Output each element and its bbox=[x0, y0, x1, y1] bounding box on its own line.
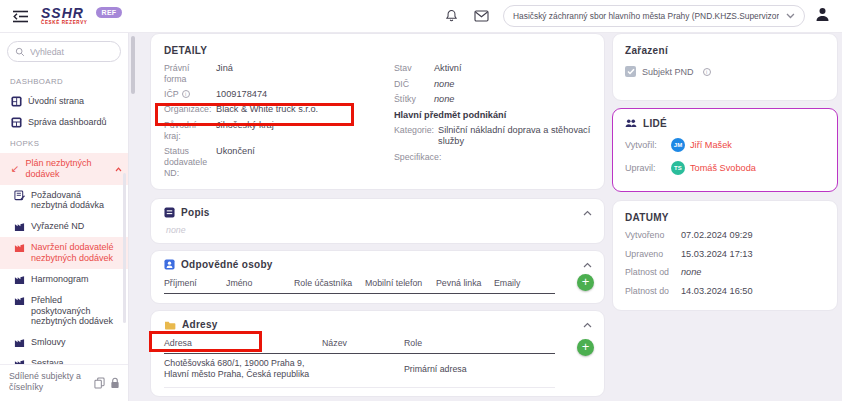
sidebar-item-pozadovana-nezbytna-dodavka[interactable]: Požadovaná nezbytná dodávka bbox=[0, 185, 128, 217]
notifications-bell-icon[interactable] bbox=[445, 9, 458, 23]
created-by-link[interactable]: Jiří Mašek bbox=[690, 140, 732, 150]
zarazeni-title: Zařazení bbox=[625, 45, 825, 56]
factory-icon bbox=[14, 221, 25, 232]
sidebar-scrollbar[interactable] bbox=[123, 173, 126, 323]
status-link[interactable]: Ukončení bbox=[216, 146, 255, 179]
messages-envelope-icon[interactable] bbox=[474, 10, 489, 22]
add-address-button[interactable]: + bbox=[577, 339, 594, 356]
field-stitky: Štítky none bbox=[394, 94, 591, 106]
description-card: Popis none bbox=[150, 198, 605, 244]
chevron-down-icon bbox=[786, 13, 795, 19]
date-row-platnost-do: Platnost do 14.03.2024 16:50 bbox=[625, 286, 825, 298]
request-form-icon bbox=[14, 190, 25, 201]
column-header: Pevná linka bbox=[436, 278, 494, 288]
adresy-table-header: Adresa Název Role bbox=[164, 338, 555, 354]
column-header: Role účastníka bbox=[294, 278, 365, 288]
avatar: JM bbox=[671, 138, 685, 152]
person-badge-icon bbox=[164, 259, 175, 270]
search-input[interactable] bbox=[30, 47, 108, 57]
sidebar-collapse-icon[interactable] bbox=[12, 10, 29, 23]
field-icp: IČPi 1009178474 bbox=[164, 89, 394, 101]
sidebar-item-navrzeni-dodavatele[interactable]: Navržení dodavatelé nezbytných dodávek bbox=[0, 237, 128, 269]
details-right-column: Stav Aktivní DIČ none Štítky none Hlavní… bbox=[394, 63, 591, 183]
sidebar-item-label: Správa dashboardů bbox=[28, 117, 107, 128]
sidebar: DASHBOARD Úvodní strana Správa dashboard… bbox=[0, 33, 129, 401]
address-row[interactable]: Chotěšovská 680/1, 19000 Praha 9, Hlavní… bbox=[164, 354, 555, 388]
top-header: SSHR ČESKÉ REZERVY REF Hasičský záchrann… bbox=[0, 0, 842, 33]
field-pravni-forma: Právní forma Jiná bbox=[164, 63, 394, 85]
sidebar-item-vyrazene-nd[interactable]: Vyřazené ND bbox=[0, 216, 128, 237]
date-row-vytvoreno: Vytvořeno 07.02.2024 09:29 bbox=[625, 230, 825, 242]
updated-by-link[interactable]: Tomáš Svoboda bbox=[690, 163, 756, 173]
details-left-column: Právní forma Jiná IČPi 1009178474 Organi… bbox=[164, 63, 394, 183]
updated-by-row: Upravil: TS Tomáš Svoboda bbox=[625, 161, 825, 175]
dashboard-settings-icon bbox=[11, 117, 22, 128]
sidebar-item-smlouvy[interactable]: Smlouvy bbox=[0, 332, 128, 353]
column-header: Role bbox=[404, 338, 484, 348]
responsible-persons-card: Odpovědné osoby Příjmení Jméno Role účas… bbox=[150, 250, 605, 304]
field-puvodni-kraj: Původní kraj: Jihočeský kraj bbox=[164, 120, 394, 142]
arrow-down-left-icon: ↙ bbox=[11, 164, 19, 174]
content-scrollbar[interactable] bbox=[131, 36, 135, 94]
sidebar-item-label: Vyřazené ND bbox=[31, 221, 84, 232]
sidebar-search bbox=[7, 41, 121, 62]
sidebar-item-label: Plán nezbytných dodávek bbox=[25, 158, 113, 180]
field-stav: Stav Aktivní bbox=[394, 63, 591, 75]
add-person-button[interactable]: + bbox=[577, 274, 594, 291]
lide-title: LIDÉ bbox=[643, 118, 667, 129]
sshr-logo: SSHR ČESKÉ REZERVY bbox=[41, 6, 88, 26]
addresses-card: Adresy Adresa Název Role + Chotěšovská 6… bbox=[150, 310, 605, 397]
sidebar-item-label: Úvodní strana bbox=[28, 96, 84, 107]
collapse-chevron-icon[interactable] bbox=[583, 322, 592, 328]
sidebar-item-sprava-dashboardu[interactable]: Správa dashboardů bbox=[0, 112, 128, 133]
column-header: Emaily bbox=[494, 278, 540, 288]
collapse-chevron-icon[interactable] bbox=[583, 210, 592, 216]
adresy-title: Adresy bbox=[182, 319, 218, 330]
field-specifikace: Specifikace: bbox=[394, 152, 591, 163]
classification-card: Zařazení Subjekt PND i bbox=[612, 33, 838, 101]
shared-subjects-link[interactable]: Sdílené subjekty a číselníky bbox=[9, 371, 89, 393]
sidebar-item-plan-nezbytnych-dodavek[interactable]: ↙ Plán nezbytných dodávek bbox=[0, 153, 128, 185]
ref-badge: REF bbox=[96, 7, 123, 18]
people-icon bbox=[625, 119, 637, 128]
sidebar-item-label: Přehled poskytovaných nezbytných dodávek bbox=[31, 295, 120, 327]
address-value: Chotěšovská 680/1, 19000 Praha 9, Hlavní… bbox=[164, 358, 322, 381]
osoby-title: Odpovědné osoby bbox=[181, 259, 273, 270]
organization-role-selector[interactable]: Hasičský záchranný sbor hlavního města P… bbox=[503, 5, 805, 27]
check-icon bbox=[627, 68, 635, 75]
sidebar-footer: Sdílené subjekty a číselníky bbox=[0, 364, 128, 401]
business-subject-header: Hlavní předmět podnikání bbox=[394, 110, 591, 120]
column-header: Příjmení bbox=[164, 278, 226, 288]
checkbox-label: Subjekt PND bbox=[642, 67, 694, 77]
factory-icon bbox=[14, 337, 25, 348]
sidebar-item-label: Harmonogram bbox=[31, 274, 89, 285]
sidebar-item-prehled-poskytovanych[interactable]: Přehled poskytovaných nezbytných dodávek bbox=[0, 290, 128, 332]
field-organizace: Organizace: Black & White truck s.r.o. bbox=[164, 104, 394, 116]
info-icon[interactable]: i bbox=[703, 68, 711, 76]
sidebar-item-label: Smlouvy bbox=[31, 337, 66, 348]
sidebar-item-harmonogram[interactable]: Harmonogram bbox=[0, 269, 128, 290]
column-header: Název bbox=[322, 338, 404, 348]
sidebar-item-label: Požadovaná nezbytná dodávka bbox=[31, 190, 120, 212]
search-icon bbox=[15, 47, 25, 57]
organization-link[interactable]: Black & White truck s.r.o. bbox=[216, 104, 318, 116]
details-title: DETAILY bbox=[164, 45, 591, 56]
collapse-chevron-icon[interactable] bbox=[583, 262, 592, 268]
popis-title: Popis bbox=[181, 207, 210, 218]
factory-icon bbox=[14, 274, 25, 285]
dates-card: DATUMY Vytvořeno 07.02.2024 09:29 Uprave… bbox=[612, 200, 838, 311]
sidebar-item-uvodni-strana[interactable]: Úvodní strana bbox=[0, 91, 128, 112]
copy-icon[interactable] bbox=[94, 377, 105, 392]
field-dic: DIČ none bbox=[394, 79, 591, 91]
section-label-dashboard: DASHBOARD bbox=[0, 71, 128, 91]
category-link[interactable]: Silniční nákladní doprava a stěhovací sl… bbox=[438, 125, 591, 148]
logo-title: SSHR bbox=[41, 6, 88, 20]
user-profile-icon[interactable] bbox=[815, 7, 830, 26]
subjekt-pnd-checkbox[interactable] bbox=[625, 66, 636, 77]
lock-icon[interactable] bbox=[110, 377, 120, 392]
column-header: Jméno bbox=[226, 278, 294, 288]
dashboard-icon bbox=[11, 96, 22, 107]
people-card: LIDÉ Vytvořil: JM Jiří Mašek Upravil: TS… bbox=[612, 108, 838, 192]
info-icon[interactable]: i bbox=[182, 90, 190, 98]
logo-subtitle: ČESKÉ REZERVY bbox=[41, 21, 88, 26]
